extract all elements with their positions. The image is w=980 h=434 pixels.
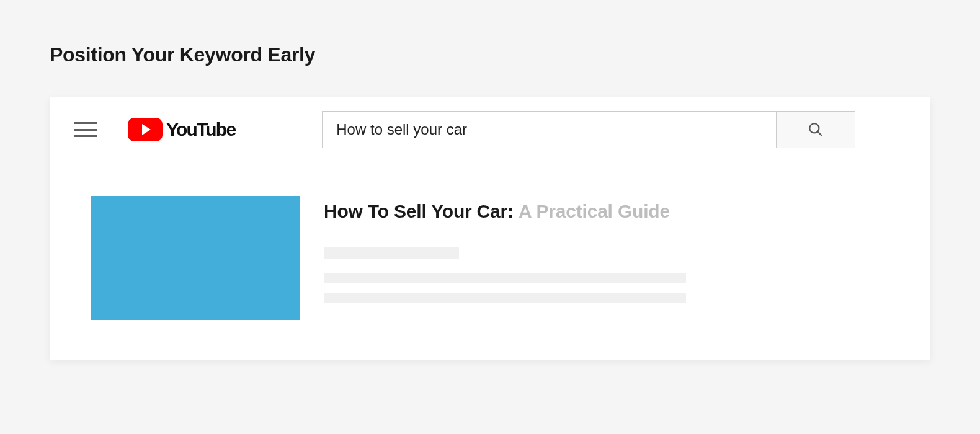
- video-thumbnail[interactable]: [91, 196, 300, 320]
- youtube-logo-text: YouTube: [166, 119, 235, 140]
- search-button[interactable]: [776, 111, 855, 148]
- hamburger-menu-icon[interactable]: [74, 122, 97, 137]
- svg-point-0: [810, 123, 819, 133]
- youtube-header: YouTube: [50, 97, 930, 162]
- youtube-card: YouTube How To Sell Your Car: A Practica…: [50, 97, 930, 360]
- description-placeholder-line: [324, 273, 686, 283]
- youtube-logo[interactable]: YouTube: [128, 118, 235, 141]
- search-result-row: How To Sell Your Car: A Practical Guide: [50, 162, 930, 360]
- search-bar: [322, 111, 855, 148]
- search-icon: [808, 122, 824, 138]
- description-placeholder-line: [324, 293, 686, 303]
- svg-line-1: [818, 131, 822, 136]
- page-title: Position Your Keyword Early: [50, 43, 930, 66]
- meta-placeholder: [324, 247, 459, 259]
- video-info: How To Sell Your Car: A Practical Guide: [324, 196, 889, 320]
- youtube-play-icon: [128, 118, 163, 141]
- video-title-rest: A Practical Guide: [519, 201, 670, 221]
- video-title[interactable]: How To Sell Your Car: A Practical Guide: [324, 201, 889, 222]
- search-input[interactable]: [322, 111, 776, 148]
- video-title-keyword: How To Sell Your Car:: [324, 201, 519, 221]
